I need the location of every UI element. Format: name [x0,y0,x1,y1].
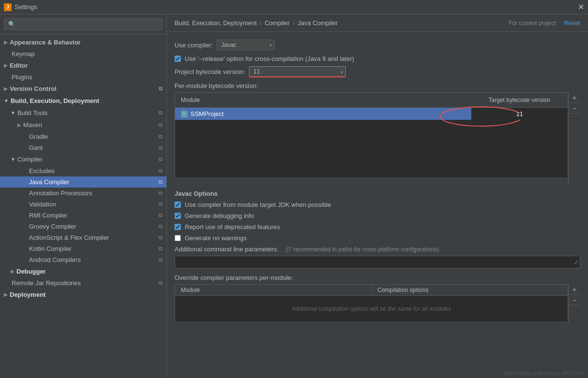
copy-icon-compiler: ⧉ [159,156,162,162]
sidebar-label-rmi: RMI Compiler [29,212,67,219]
module-table-wrapper: Module Target bytecode version □ SSMProj… [175,92,580,184]
override-table: Module Compilation options Additional co… [175,284,568,322]
copy-icon-buildtools: ⧉ [159,110,162,116]
javac-label-deprecated: Report use of deprecated features [185,223,280,231]
sidebar-item-groovy[interactable]: Groovy Compiler ⧉ [0,221,166,232]
sidebar-label-android: Android Compilers [29,256,81,263]
sidebar-item-build[interactable]: ▼ Build, Execution, Deployment [0,95,166,107]
sidebar-label-appearance: Appearance & Behavior [10,39,81,46]
javac-option-0: Use compiler from module target JDK when… [175,201,580,208]
breadcrumb-sep2: › [293,19,294,27]
sidebar-item-validation[interactable]: Validation ⧉ [0,199,166,210]
override-label: Override compiler parameters per-module: [175,274,293,281]
sidebar-item-deployment[interactable]: ▶ Deployment [0,289,166,301]
search-input[interactable] [4,18,162,30]
toggle-arrow-maven: ▶ [17,122,21,128]
toggle-arrow-compiler: ▼ [11,157,15,162]
row-module-name: □ SSMProject [175,108,471,120]
sidebar-item-actionscript[interactable]: ActionScript & Flex Compiler ⧉ [0,232,166,243]
sidebar-label-java-compiler: Java Compiler [29,178,69,186]
additional-params-input[interactable] [175,256,580,268]
sidebar-item-java-compiler[interactable]: Java Compiler ⧉ [0,176,166,188]
javac-checkbox-debugging[interactable] [175,213,181,219]
sidebar-item-version-control[interactable]: ▶ Version Control ⧉ [0,83,166,95]
sidebar-label-deployment: Deployment [10,291,45,298]
table-empty-area [175,120,568,178]
javac-option-2: Report use of deprecated features [175,223,580,231]
javac-checkbox-no-warnings[interactable] [175,235,181,241]
sidebar-item-keymap[interactable]: Keymap [0,48,166,59]
sidebar-label-validation: Validation [29,201,56,208]
sidebar-label-editor: Editor [10,62,28,69]
compiler-select[interactable]: Javac Eclipse Ajc [217,40,275,50]
col-version-header: Target bytecode version [471,95,568,105]
use-compiler-label: Use compiler: [175,42,213,49]
title-bar: J Settings ✕ [0,0,588,15]
sidebar-label-debugger: Debugger [16,268,46,275]
sidebar-item-plugins[interactable]: Plugins [0,72,166,83]
search-box [0,15,166,34]
sidebar-item-debugger[interactable]: ▶ Debugger [0,265,166,277]
javac-label-module-jdk: Use compiler from module target JDK when… [185,201,331,208]
col-module-header: Module [175,95,471,105]
sidebar-label-gradle: Gradle [29,133,48,140]
sidebar: ▶ Appearance & Behavior Keymap ▶ Editor … [0,15,167,378]
bytecode-version-label: Project bytecode version: [175,68,245,75]
breadcrumb-part1: Build, Execution, Deployment [175,19,257,27]
override-action-buttons: + − [568,284,580,322]
javac-label-no-warnings: Generate no warnings [185,234,247,242]
sidebar-item-compiler[interactable]: ▼ Compiler ⧉ [0,153,166,165]
table-row[interactable]: □ SSMProject 11 [175,108,568,120]
remove-override-button[interactable]: − [569,295,580,305]
release-option-checkbox[interactable] [175,56,181,62]
toggle-arrow-vc: ▶ [4,86,8,91]
sidebar-label-groovy: Groovy Compiler [29,223,76,230]
add-row-button[interactable]: + [569,92,580,103]
bytecode-select[interactable]: 11 8 9 10 12 [249,66,346,77]
toggle-arrow-editor: ▶ [4,63,8,68]
additional-params-input-wrapper: ⤢ [175,256,580,268]
sidebar-item-build-tools[interactable]: ▼ Build Tools ⧉ [0,107,166,119]
sidebar-item-appearance[interactable]: ▶ Appearance & Behavior [0,36,166,48]
close-button[interactable]: ✕ [578,2,584,12]
breadcrumb-part2: Compiler [265,19,290,27]
javac-checkbox-deprecated[interactable] [175,224,181,230]
copy-icon-remote-jar: ⧉ [159,280,162,286]
use-compiler-row: Use compiler: Javac Eclipse Ajc [175,40,580,50]
bytecode-select-wrapper: 11 8 9 10 12 [249,66,346,77]
module-name: SSMProject [191,110,224,117]
watermark: https://blog.csdn.net/yq_4972144/ [504,370,584,376]
sidebar-item-rmi[interactable]: RMI Compiler ⧉ [0,210,166,221]
sidebar-item-maven[interactable]: ▶ Maven ⧉ [0,119,166,131]
toggle-arrow-build: ▼ [4,98,9,103]
app-icon: J [4,3,12,11]
override-col-options: Compilation options [372,285,568,295]
add-override-button[interactable]: + [569,284,580,295]
reset-button[interactable]: Reset [564,19,580,27]
release-option-label: Use '--release' option for cross-compila… [185,55,354,62]
copy-icon-excludes: ⧉ [159,168,162,174]
copy-icon-validation: ⧉ [159,201,162,207]
sidebar-item-remote-jar[interactable]: Remote Jar Repositories ⧉ [0,277,166,289]
javac-label-debugging: Generate debugging info [185,212,254,219]
javac-option-1: Generate debugging info [175,212,580,219]
javac-checkbox-module-jdk[interactable] [175,202,181,208]
expand-icon: ⤢ [574,259,578,265]
javac-options-title: Javac Options [175,190,580,197]
module-icon: □ [181,111,188,117]
sidebar-item-android[interactable]: Android Compilers ⧉ [0,254,166,265]
sidebar-item-gant[interactable]: Gant ⧉ [0,142,166,153]
sidebar-label-excludes: Excludes [29,167,55,174]
copy-icon-gradle: ⧉ [159,133,162,140]
sidebar-item-gradle[interactable]: Gradle ⧉ [0,131,166,142]
sidebar-label-maven: Maven [23,121,42,129]
sidebar-item-editor[interactable]: ▶ Editor [0,59,166,72]
window-title: Settings [15,3,37,11]
override-label-row: Override compiler parameters per-module: [175,274,580,281]
remove-row-button[interactable]: − [569,103,580,114]
sidebar-item-kotlin[interactable]: Kotlin Compiler ⧉ [0,243,166,254]
sidebar-item-excludes[interactable]: Excludes ⧉ [0,165,166,176]
breadcrumb-part3: Java Compiler [298,19,338,27]
sidebar-item-annotation[interactable]: Annotation Processors ⧉ [0,188,166,199]
javac-option-3: Generate no warnings [175,234,580,242]
